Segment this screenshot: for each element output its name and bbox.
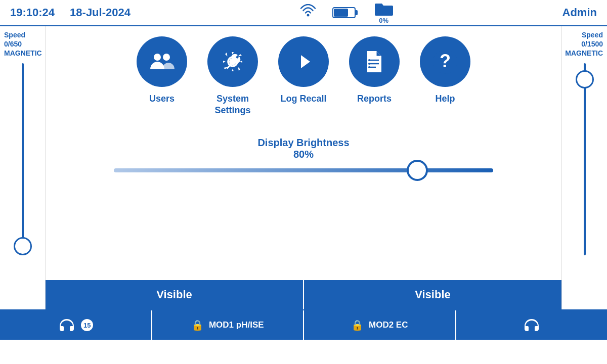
folder-pct: 0% <box>379 17 388 24</box>
battery-indicator <box>332 6 359 20</box>
log-recall-icon-circle <box>278 36 329 87</box>
left-speed-label: Speed0/650MAGNETIC <box>0 30 45 58</box>
svg-point-0 <box>307 14 309 17</box>
mod2-label: MOD2 EC <box>369 320 408 330</box>
mod1-button[interactable]: 🔒 MOD1 pH/ISE <box>152 310 305 340</box>
svg-marker-8 <box>301 55 310 68</box>
right-speed-slider-thumb[interactable] <box>576 70 594 88</box>
icons-row: Users SystemSettings <box>137 36 470 117</box>
headphone-left-badge: 15 <box>81 319 93 331</box>
mod1-label: MOD1 pH/ISE <box>209 320 264 330</box>
reports-label: Reports <box>357 93 392 105</box>
center-content: Users SystemSettings <box>46 26 561 309</box>
system-settings-button[interactable]: SystemSettings <box>207 36 258 117</box>
svg-point-5 <box>163 54 170 61</box>
mod1-lock-icon: 🔒 <box>191 319 204 331</box>
log-recall-label: Log Recall <box>280 93 326 105</box>
visible-buttons-row: Visible Visible <box>46 280 561 309</box>
log-recall-button[interactable]: Log Recall <box>278 36 329 117</box>
headphone-left-button[interactable]: 15 <box>0 310 152 340</box>
svg-text:?: ? <box>440 51 451 71</box>
right-speed-panel: Speed0/1500MAGNETIC <box>561 26 607 309</box>
system-settings-label: SystemSettings <box>214 93 250 117</box>
help-label: Help <box>435 93 455 105</box>
brightness-label: Display Brightness <box>257 137 349 149</box>
headphone-right-button[interactable] <box>456 310 608 340</box>
right-speed-label: Speed0/1500MAGNETIC <box>562 30 607 58</box>
svg-point-14 <box>368 66 370 68</box>
visible-button-1[interactable]: Visible <box>46 280 304 309</box>
brightness-slider-thumb[interactable] <box>407 160 428 181</box>
svg-point-13 <box>368 63 370 65</box>
wifi-icon <box>299 4 317 21</box>
help-icon-circle: ? <box>420 36 470 87</box>
visible-button-2[interactable]: Visible <box>304 280 561 309</box>
status-bar: 19:10:24 18-Jul-2024 <box>0 0 607 26</box>
admin-label: Admin <box>562 6 597 19</box>
svg-rect-3 <box>334 9 348 17</box>
svg-point-12 <box>368 59 370 61</box>
system-settings-icon-circle <box>207 36 258 87</box>
status-date: 18-Jul-2024 <box>70 6 131 19</box>
reports-button[interactable]: Reports <box>349 36 400 117</box>
left-speed-slider-thumb[interactable] <box>14 237 32 255</box>
brightness-slider-track[interactable] <box>114 168 493 172</box>
bottom-bar: 15 🔒 MOD1 pH/ISE 🔒 MOD2 EC <box>0 309 607 340</box>
help-button[interactable]: ? Help <box>420 36 470 117</box>
users-button[interactable]: Users <box>137 36 187 117</box>
brightness-section: Display Brightness 80% <box>101 137 506 172</box>
svg-rect-2 <box>355 10 358 15</box>
svg-point-4 <box>154 54 161 61</box>
mod2-lock-icon: 🔒 <box>351 319 364 331</box>
mod2-button[interactable]: 🔒 MOD2 EC <box>304 310 456 340</box>
status-time: 19:10:24 <box>10 6 55 19</box>
reports-icon-circle <box>349 36 400 87</box>
folder-indicator: 0% <box>374 2 394 24</box>
brightness-value: 80% <box>293 149 314 160</box>
main-area: Speed0/650MAGNETIC Us <box>0 26 607 309</box>
left-speed-panel: Speed0/650MAGNETIC <box>0 26 46 309</box>
users-label: Users <box>149 93 175 105</box>
users-icon-circle <box>137 36 187 87</box>
